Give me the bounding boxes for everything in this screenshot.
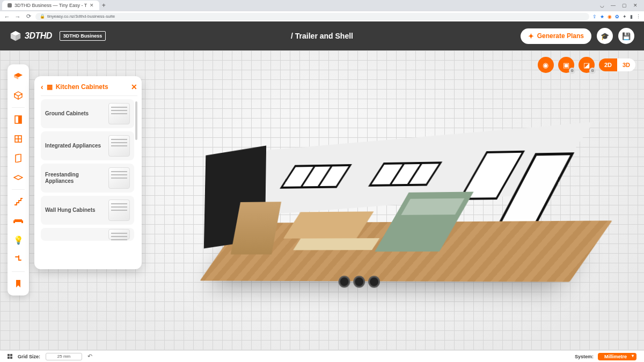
generate-plans-button[interactable]: ✦ Generate Plans: [521, 28, 591, 44]
svg-rect-5: [21, 220, 23, 223]
tool-window[interactable]: [11, 131, 26, 146]
window-maximize-icon[interactable]: ▢: [622, 3, 627, 8]
logo-cube-icon: [10, 30, 21, 42]
forward-icon[interactable]: →: [14, 13, 21, 20]
bench-element: [293, 238, 379, 250]
grid-size-label: Grid Size:: [18, 354, 40, 359]
system-label: System:: [575, 354, 594, 359]
tool-floor[interactable]: [11, 170, 26, 185]
trailer-wheels: [339, 276, 380, 287]
address-bar[interactable]: 🔒 tinyeasy.co.nz/3dthd-business-suite: [35, 13, 589, 20]
panel-title: Kitchen Cabinets: [56, 83, 108, 91]
view-3d-option[interactable]: 3D: [617, 58, 635, 71]
window-close-icon[interactable]: ✕: [633, 3, 638, 8]
view-2d-option[interactable]: 2D: [599, 58, 617, 71]
generate-plans-label: Generate Plans: [537, 32, 584, 40]
category-thumb: [108, 167, 130, 189]
cube-icon: ▣: [563, 61, 569, 69]
puzzle-icon[interactable]: ✦: [623, 14, 627, 19]
profile-icon[interactable]: ▮: [630, 14, 633, 19]
reload-icon[interactable]: ⟳: [25, 13, 32, 20]
panel-list: Ground Cabinets Integrated Appliances Fr…: [41, 99, 137, 265]
panel-back-icon[interactable]: ‹: [41, 83, 43, 91]
undo-icon[interactable]: ↶: [87, 353, 92, 360]
category-thumb: [108, 103, 130, 124]
category-item-ground-cabinets[interactable]: Ground Cabinets: [41, 99, 134, 128]
graduation-cap-icon: 🎓: [601, 32, 609, 40]
breadcrumb: / Trailer and Shell: [291, 32, 353, 40]
ext-dot-icon[interactable]: ◉: [608, 14, 612, 19]
category-item-freestanding-appliances[interactable]: Freestanding Appliances: [41, 164, 134, 193]
left-toolbar: 💡: [8, 64, 29, 295]
new-tab-button[interactable]: +: [99, 2, 108, 9]
camera-button[interactable]: ◉: [538, 57, 554, 73]
tool-panel[interactable]: [11, 151, 26, 166]
save-button[interactable]: 💾: [618, 28, 634, 44]
back-icon[interactable]: ←: [3, 13, 11, 20]
tab-title: 3DTHD Business — Tiny Easy - T: [14, 3, 87, 8]
layers-button[interactable]: ▣ ⚙: [558, 57, 574, 73]
share-icon[interactable]: ⇪: [592, 14, 597, 19]
app-header: 3DTHD 3DTHD Business / Trailer and Shell…: [0, 21, 644, 50]
tool-plumbing[interactable]: [11, 252, 26, 267]
tool-bookmark[interactable]: [11, 276, 26, 291]
url-text: tinyeasy.co.nz/3dthd-business-suite: [47, 14, 115, 19]
system-select[interactable]: Millimetre: [598, 353, 636, 360]
tab-favicon: [8, 3, 12, 8]
toolbar-row: ← → ⟳ 🔒 tinyeasy.co.nz/3dthd-business-su…: [0, 11, 644, 21]
ext-gear-icon[interactable]: ✿: [615, 14, 619, 19]
tool-lighting[interactable]: 💡: [11, 233, 26, 248]
panel-close-icon[interactable]: ✕: [131, 83, 137, 91]
grid-size-input[interactable]: 25 mm: [46, 353, 82, 360]
grid-icon[interactable]: [8, 354, 12, 359]
gear-badge-icon: ⚙: [569, 68, 575, 74]
star-icon[interactable]: ★: [600, 14, 604, 19]
category-thumb: [108, 200, 130, 221]
logo-text: 3DTHD: [25, 31, 52, 41]
lightbulb-icon: 💡: [13, 235, 24, 245]
camera-icon: ◉: [543, 61, 548, 69]
tool-stairs[interactable]: [11, 194, 26, 209]
browser-tab[interactable]: 3DTHD Business — Tiny Easy - T ✕: [2, 1, 99, 10]
scrollbar-thumb[interactable]: [135, 101, 137, 140]
category-thumb: [108, 229, 130, 240]
tool-furniture[interactable]: [11, 213, 26, 228]
business-badge[interactable]: 3DTHD Business: [60, 31, 106, 41]
tool-shell[interactable]: [11, 88, 26, 103]
tool-trailer[interactable]: [11, 69, 26, 84]
kitchen-icon: ▦: [47, 83, 53, 91]
tool-door[interactable]: [11, 112, 26, 127]
lock-icon: 🔒: [40, 14, 45, 19]
category-panel: ‹ ▦ Kitchen Cabinets ✕ Ground Cabinets I…: [34, 76, 142, 269]
box-icon: ◪: [583, 61, 590, 69]
category-item-next[interactable]: [41, 228, 134, 241]
menu-icon[interactable]: ⋮: [636, 14, 641, 19]
gear-badge-icon: ⚙: [589, 68, 596, 74]
svg-rect-1: [18, 116, 21, 123]
logo[interactable]: 3DTHD: [10, 30, 52, 42]
category-thumb: [108, 135, 130, 157]
window-minimize-icon[interactable]: —: [611, 3, 616, 8]
account-icon[interactable]: ◡: [600, 3, 604, 8]
save-icon: 💾: [622, 32, 631, 40]
sparkle-icon: ✦: [528, 32, 534, 40]
svg-rect-4: [13, 220, 15, 223]
render-button[interactable]: ◪ ⚙: [579, 57, 595, 73]
learn-button[interactable]: 🎓: [597, 28, 613, 44]
extension-icons: ⇪ ★ ◉ ✿ ✦ ▮ ⋮: [592, 14, 641, 19]
browser-chrome: 3DTHD Business — Tiny Easy - T ✕ + ◡ — ▢…: [0, 0, 644, 21]
model-3d-view: [204, 133, 592, 299]
svg-rect-3: [14, 219, 22, 222]
category-item-integrated-appliances[interactable]: Integrated Appliances: [41, 131, 134, 160]
tab-strip: 3DTHD Business — Tiny Easy - T ✕ + ◡ — ▢…: [0, 0, 644, 11]
app-root: 3DTHD 3DTHD Business / Trailer and Shell…: [0, 21, 644, 362]
view-controls: ◉ ▣ ⚙ ◪ ⚙ 2D 3D: [538, 57, 635, 73]
panel-header: ‹ ▦ Kitchen Cabinets ✕: [41, 83, 137, 96]
view-2d-3d-toggle[interactable]: 2D 3D: [599, 58, 635, 71]
status-bar: Grid Size: 25 mm ↶ System: Millimetre: [0, 350, 644, 362]
category-item-wall-hung-cabinets[interactable]: Wall Hung Cabinets: [41, 196, 134, 225]
tab-close-icon[interactable]: ✕: [90, 3, 94, 8]
